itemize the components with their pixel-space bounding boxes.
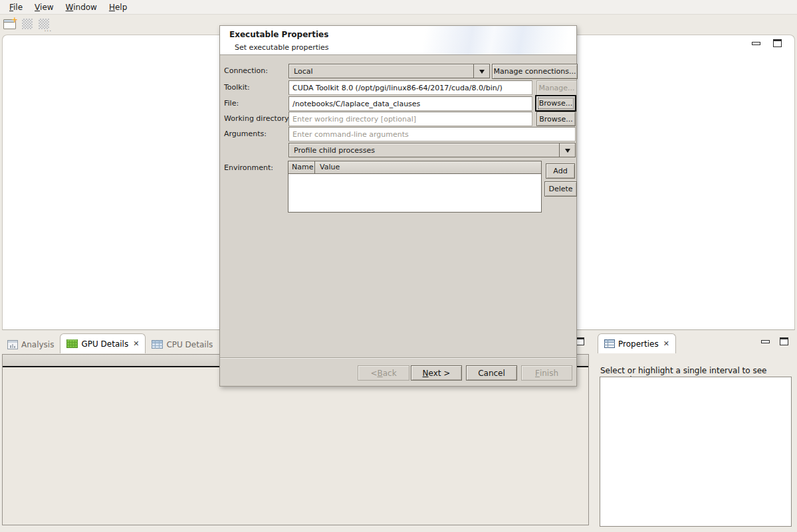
minimize-icon[interactable]: [752, 42, 760, 45]
close-icon[interactable]: ✕: [663, 339, 669, 348]
profile-mode-select[interactable]: Profile child processes: [288, 143, 576, 157]
file-label: File:: [224, 99, 239, 108]
analysis-icon: [7, 340, 18, 349]
menu-window[interactable]: Window: [60, 1, 103, 14]
maximize-icon[interactable]: [773, 39, 782, 47]
delete-env-button[interactable]: Delete: [544, 181, 577, 197]
back-button: < Back: [358, 365, 409, 381]
properties-content-area: [600, 377, 792, 527]
dialog-separator: [220, 357, 576, 359]
properties-panel: Properties ✕ Select or highlight a singl…: [596, 332, 797, 529]
tab-label: Analysis: [21, 340, 54, 349]
connection-select[interactable]: Local: [288, 64, 490, 78]
manage-connections-button[interactable]: Manage connections...: [492, 64, 578, 79]
connection-label: Connection:: [224, 66, 268, 75]
add-env-button[interactable]: Add: [546, 163, 575, 179]
toolkit-input[interactable]: [288, 80, 532, 95]
tab-cpu-details[interactable]: CPU Details: [146, 335, 219, 353]
chevron-down-icon[interactable]: [559, 143, 575, 157]
chevron-down-icon[interactable]: [473, 64, 489, 78]
cancel-button[interactable]: Cancel: [466, 365, 517, 381]
menu-file[interactable]: File: [3, 1, 29, 14]
dialog-subtitle: Set executable properties: [235, 43, 329, 52]
menu-view[interactable]: View: [29, 1, 59, 14]
import-icon-disabled: [22, 19, 33, 29]
menu-help[interactable]: Help: [103, 1, 133, 14]
arguments-label: Arguments:: [224, 130, 267, 138]
export-icon-disabled: ...: [39, 19, 49, 29]
connection-value: Local: [289, 64, 473, 78]
gpu-details-icon: [66, 339, 78, 348]
cpu-details-icon: [152, 340, 163, 349]
tab-label: GPU Details: [81, 339, 128, 349]
working-directory-label: Working directory:: [224, 114, 290, 123]
properties-icon: [604, 339, 615, 348]
nvvp-window: File View Window Help + ... Analysis: [0, 0, 797, 532]
ellipsis-dots: ...: [44, 26, 52, 33]
tab-gpu-details[interactable]: GPU Details ✕: [60, 333, 146, 353]
environment-label: Environment:: [224, 163, 273, 172]
arguments-input[interactable]: [288, 127, 576, 141]
tab-label: CPU Details: [166, 340, 213, 349]
file-input[interactable]: [288, 96, 532, 111]
minimize-icon[interactable]: [761, 340, 770, 343]
profile-mode-value: Profile child processes: [289, 143, 559, 157]
environment-table-header: Name Value: [288, 161, 541, 174]
dialog-banner: Executable Properties Set executable pro…: [220, 26, 576, 55]
plus-badge-icon: +: [11, 15, 18, 25]
tab-analysis[interactable]: Analysis: [1, 335, 60, 353]
manage-toolkit-button: Manage...: [536, 80, 577, 96]
dialog-title: Executable Properties: [229, 30, 328, 39]
close-icon[interactable]: ✕: [133, 339, 139, 348]
finish-button: Finish: [521, 365, 572, 381]
browse-file-button[interactable]: Browse...: [535, 95, 576, 112]
next-button[interactable]: Next >: [411, 365, 462, 381]
new-session-icon[interactable]: +: [3, 19, 16, 29]
toolkit-label: Toolkit:: [224, 83, 250, 92]
environment-table: Name Value: [288, 161, 542, 213]
tab-label: Properties: [618, 339, 659, 349]
executable-properties-dialog: Executable Properties Set executable pro…: [219, 25, 577, 387]
tab-properties[interactable]: Properties ✕: [598, 333, 676, 353]
working-directory-input[interactable]: [288, 112, 532, 126]
maximize-icon[interactable]: [780, 337, 788, 345]
column-header-name[interactable]: Name: [288, 161, 315, 173]
column-header-value[interactable]: Value: [315, 161, 541, 173]
menu-bar: File View Window Help: [0, 0, 797, 15]
browse-working-directory-button[interactable]: Browse...: [536, 112, 576, 126]
